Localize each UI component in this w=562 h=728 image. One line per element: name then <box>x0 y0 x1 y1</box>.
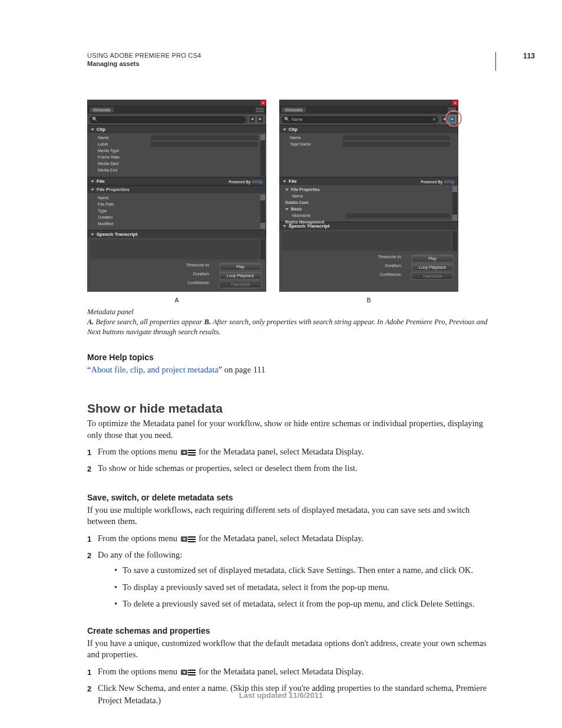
clear-icon[interactable]: ✕ <box>432 117 436 122</box>
field-label: Label <box>98 142 151 146</box>
loop-button[interactable]: Loop Playback <box>219 272 262 279</box>
play-button[interactable]: Play <box>411 255 454 262</box>
search-prev-button[interactable]: ◄ <box>249 116 256 123</box>
field-label: Name <box>98 196 151 200</box>
transcribe-button[interactable]: Transcribe <box>411 272 454 280</box>
chevron-down-icon <box>285 208 289 210</box>
running-header-section: Managing assets <box>87 60 494 67</box>
bullet-item: To display a previously saved set of met… <box>114 581 494 594</box>
file-rows: File Properties Name Dublin Core Basic N… <box>279 185 458 222</box>
powered-by-xmp: Powered Byxmp <box>421 179 455 185</box>
section1-steps: From the options menu for the Metadata p… <box>87 446 494 475</box>
scrollbar[interactable] <box>260 195 265 229</box>
field-label: Name <box>290 136 343 140</box>
running-header-title: USING ADOBE PREMIERE PRO CS4 <box>87 52 494 59</box>
section2-intro: If you use multiple workflows, each requ… <box>87 505 494 528</box>
file-section-header[interactable]: File Powered Byxmp <box>279 177 458 185</box>
chevron-down-icon <box>283 180 286 183</box>
timecode-label: Timecode In: <box>92 263 213 271</box>
scrollbar[interactable] <box>452 231 457 251</box>
field-label: Nickname <box>292 213 345 218</box>
transcript-area[interactable] <box>282 231 451 251</box>
field-value[interactable] <box>343 142 450 147</box>
chevron-down-icon <box>91 129 94 131</box>
close-icon[interactable]: × <box>260 100 266 106</box>
close-icon[interactable]: × <box>452 100 458 106</box>
options-menu-icon <box>181 450 196 456</box>
search-icon: 🔍 <box>284 117 290 122</box>
panel-menu-icon[interactable] <box>256 107 264 112</box>
page-number: 113 <box>523 52 535 60</box>
figure-label-a: A <box>87 297 266 304</box>
file-properties-header[interactable]: File Properties <box>291 187 344 192</box>
search-value: Name <box>292 117 303 121</box>
transcript-area[interactable] <box>90 239 259 259</box>
section-heading-save-switch: Save, switch, or delete metadata sets <box>87 493 494 502</box>
file-section-header[interactable]: File Powered Byxmp <box>87 177 266 185</box>
scrollbar[interactable] <box>260 239 265 259</box>
basic-header[interactable]: Basic <box>291 207 344 211</box>
search-icon: 🔍 <box>92 117 98 122</box>
clip-section-header[interactable]: Clip <box>279 125 458 133</box>
transcript-section-header[interactable]: Speech Transcript <box>87 230 266 238</box>
play-button[interactable]: Play <box>219 263 262 271</box>
figure-caption: Metadata panel A. Before search, all pro… <box>87 307 494 337</box>
transcript-controls: Timecode In:Play Duration:Loop Playback … <box>87 261 266 292</box>
scrollbar[interactable] <box>260 134 265 176</box>
field-value[interactable] <box>151 142 258 147</box>
metadata-panel-figure: × Metadata 🔍 ◄ ► Clip Name Label Media T… <box>87 100 494 292</box>
field-label: File Path <box>98 202 151 206</box>
loop-button[interactable]: Loop Playback <box>411 263 454 271</box>
clip-rows: Name Tape Name <box>279 133 458 177</box>
search-input[interactable]: 🔍Name✕ <box>282 116 438 123</box>
duration-label: Duration: <box>92 272 213 279</box>
more-help-link-line: “About file, clip, and project metadata”… <box>87 364 494 376</box>
dublin-core-header[interactable]: Dublin Core <box>285 200 338 205</box>
section3-intro: If you have a unique, customized workflo… <box>87 638 494 661</box>
field-value[interactable] <box>151 136 258 140</box>
clip-section-header[interactable]: Clip <box>87 125 266 133</box>
more-help-link[interactable]: About file, clip, and project metadata <box>91 365 218 374</box>
panel-menu-icon[interactable] <box>448 107 456 112</box>
step-item: From the options menu for the Metadata p… <box>87 666 494 678</box>
powered-by-xmp: Powered Byxmp <box>229 179 263 185</box>
clip-rows: Name Label Media Type Frame Rate Media S… <box>87 133 266 177</box>
transcribe-button[interactable]: Transcribe <box>219 281 262 288</box>
rights-header[interactable]: Rights Management <box>285 220 338 224</box>
options-menu-icon <box>181 670 196 676</box>
step-item: From the options menu for the Metadata p… <box>87 446 494 459</box>
file-properties-header[interactable]: File Properties <box>87 185 266 193</box>
file-rows: Name File Path Type Created Modified <box>87 193 266 230</box>
step-item: To show or hide schemas or properties, s… <box>87 462 494 475</box>
step-item: From the options menu for the Metadata p… <box>87 532 494 545</box>
metadata-panel-b: × Metadata 🔍Name✕ ◄ ► Clip Name Tape Nam… <box>279 100 458 292</box>
figure-label-b: B <box>279 297 458 304</box>
field-label: Created <box>98 215 151 219</box>
search-input[interactable]: 🔍 <box>90 116 246 123</box>
metadata-panel-a: × Metadata 🔍 ◄ ► Clip Name Label Media T… <box>87 100 266 292</box>
search-next-button[interactable]: ► <box>449 116 456 123</box>
chevron-down-icon <box>91 180 94 183</box>
field-label: Tape Name <box>290 142 343 146</box>
duration-label: Duration: <box>284 263 405 271</box>
options-menu-icon <box>181 536 196 542</box>
field-label: Name <box>98 136 151 140</box>
field-label: Name <box>292 194 345 198</box>
more-help-heading: More Help topics <box>87 353 494 362</box>
scrollbar[interactable] <box>452 186 457 220</box>
chevron-down-icon <box>91 233 94 236</box>
panel-tab[interactable]: Metadata <box>282 107 306 113</box>
panel-tab[interactable]: Metadata <box>90 107 114 113</box>
chevron-down-icon <box>285 189 289 191</box>
step-item: Do any of the following: To save a custo… <box>87 549 494 611</box>
confidence-label: Confidence: <box>92 281 213 288</box>
search-next-button[interactable]: ► <box>257 116 264 123</box>
last-updated-footer: Last updated 11/6/2011 <box>0 691 562 700</box>
search-prev-button[interactable]: ◄ <box>441 116 448 123</box>
header-separator <box>495 52 496 71</box>
bullet-item: To delete a previously saved set of meta… <box>114 597 494 610</box>
field-value[interactable] <box>343 136 450 140</box>
section2-bullets: To save a customized set of displayed me… <box>114 564 494 610</box>
section1-intro: To optimize the Metadata panel for your … <box>87 418 494 441</box>
field-value[interactable] <box>345 213 450 218</box>
